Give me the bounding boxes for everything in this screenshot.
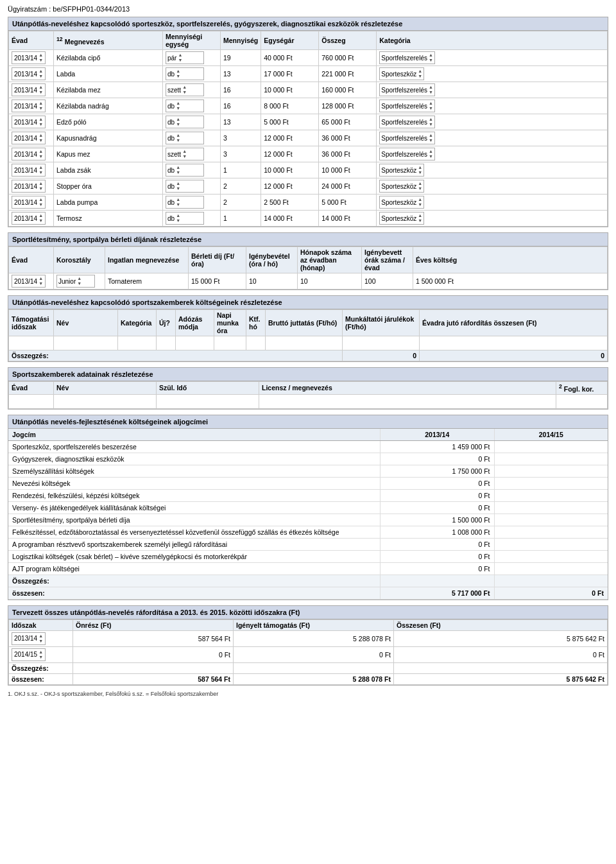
aljogcimek-val2014 — [495, 478, 608, 489]
row-kategoria[interactable]: Sportfelszerelés ▲▼ — [377, 130, 608, 146]
row-kategoria[interactable]: Sportfelszerelés ▲▼ — [377, 50, 608, 66]
row-mennyiseg: 1 — [221, 162, 261, 178]
col-eves-koltseg: Éves költség — [413, 247, 608, 273]
aljogcimek-total-empty — [381, 575, 495, 587]
row-evad[interactable]: 2013/14 ▲▼ — [9, 66, 54, 82]
row-kategoria[interactable]: Sporteszköz ▲▼ — [377, 194, 608, 211]
tervezett-idoszak[interactable]: 2014/15 ▲▼ — [9, 646, 73, 662]
col-ktf: Ktf. hó — [246, 310, 266, 336]
row-kategoria[interactable]: Sportfelszerelés ▲▼ — [377, 82, 608, 98]
row-kategoria[interactable]: Sporteszköz ▲▼ — [377, 211, 608, 227]
berleti-korosztaly[interactable]: Junior ▲▼ — [54, 273, 105, 289]
evad-spinner[interactable]: ▲▼ — [38, 85, 43, 95]
aljogcimek-val2013: 0 Ft — [381, 502, 495, 514]
row-kategoria[interactable]: Sportfelszerelés ▲▼ — [377, 146, 608, 162]
evad-spinner[interactable]: ▲▼ — [38, 213, 43, 223]
evad-spinner[interactable]: ▲▼ — [38, 149, 43, 159]
row-egyseg[interactable]: db ▲▼ — [163, 98, 221, 114]
col-evad: Évad — [9, 31, 54, 50]
aljogcimek-row: Logisztikai költségek (csak bérlet) – ki… — [8, 551, 608, 563]
row-egyseg[interactable]: pár ▲▼ — [163, 50, 221, 66]
aljogcimek-val2013: 0 Ft — [381, 539, 495, 550]
col-kategoria: Kategória — [377, 31, 608, 50]
row-mennyiseg: 2 — [221, 178, 261, 194]
row-evad[interactable]: 2013/14 ▲▼ — [9, 146, 54, 162]
row-evad[interactable]: 2013/14 ▲▼ — [9, 162, 54, 178]
evad-spinner[interactable]: ▲▼ — [38, 165, 43, 175]
row-kategoria[interactable]: Sportfelszerelés ▲▼ — [377, 98, 608, 114]
sporteszkoz-row: 2013/14 ▲▼ Kézilabda cipő pár ▲▼ 19 40 0… — [9, 50, 608, 66]
evad-spinner[interactable]: ▲▼ — [38, 133, 43, 143]
row-kategoria[interactable]: Sporteszköz ▲▼ — [377, 66, 608, 82]
aljogcimek-val2014 — [495, 453, 608, 465]
section-aljogcimek-header: Utánpótlás nevelés-fejlesztésének költsé… — [8, 415, 608, 429]
row-egyseg[interactable]: szett ▲▼ — [163, 146, 221, 162]
col-adozas: Adózás módja — [176, 310, 214, 336]
col-osszesen: Összesen (Ft) — [394, 619, 608, 630]
row-evad[interactable]: 2013/14 ▲▼ — [9, 114, 54, 130]
row-megnevezes: Kézilabda mez — [54, 82, 163, 98]
evad-spinner[interactable]: ▲▼ — [38, 276, 43, 286]
korosztaly-spinner[interactable]: ▲▼ — [77, 276, 81, 286]
row-egyseg[interactable]: db ▲▼ — [163, 130, 221, 146]
row-egyseg[interactable]: db ▲▼ — [163, 194, 221, 211]
evad-spinner[interactable]: ▲▼ — [38, 181, 43, 191]
tervezett-osszegzes-onresz — [73, 662, 234, 673]
berleti-dij-table: Évad Korosztály Ingatlan megnevezése Bér… — [8, 246, 608, 289]
section-tervezett: Tervezett összes utánpótlás-nevelés ráfo… — [8, 605, 608, 686]
row-mennyiseg: 19 — [221, 50, 261, 66]
doc-title: Ügyiratszám : be/SFPHP01-0344/2013 — [8, 5, 130, 13]
row-egyseg[interactable]: szett ▲▼ — [163, 82, 221, 98]
evad-spinner[interactable]: ▲▼ — [38, 69, 43, 79]
aljogcimek-val2013: 0 Ft — [381, 453, 495, 465]
row-mennyiseg: 16 — [221, 98, 261, 114]
evad-spinner[interactable]: ▲▼ — [38, 53, 43, 63]
row-evad[interactable]: 2013/14 ▲▼ — [9, 211, 54, 227]
evad-spinner[interactable]: ▲▼ — [38, 101, 43, 111]
sporteszkoz-row: 2013/14 ▲▼ Kapus mez szett ▲▼ 3 12 000 F… — [9, 146, 608, 162]
row-evad[interactable]: 2013/14 ▲▼ — [9, 194, 54, 211]
osszeg-val2: 0 — [420, 350, 608, 361]
row-egyseg[interactable]: db ▲▼ — [163, 211, 221, 227]
row-egysegar: 2 500 Ft — [261, 194, 319, 211]
row-egyseg[interactable]: db ▲▼ — [163, 114, 221, 130]
berleti-evad[interactable]: 2013/14 ▲▼ — [9, 273, 54, 289]
row-evad[interactable]: 2013/14 ▲▼ — [9, 98, 54, 114]
tervezett-osszegsen-osszesen: 5 875 642 Ft — [394, 673, 608, 684]
row-osszeg: 5 000 Ft — [319, 194, 377, 211]
col-oraszam: Igénybevett órák száma / évad — [362, 247, 413, 273]
aljogcimek-row: Rendezési, felkészülési, képzési költség… — [8, 490, 608, 502]
col-fogl: 2 Fogl. kor. — [556, 382, 608, 395]
aljogcimek-label: Rendezési, felkészülési, képzési költség… — [8, 490, 381, 501]
col-evad2: Évad — [9, 247, 54, 273]
aljogcimek-val2014 — [495, 514, 608, 526]
aljogcimek-val2014 — [495, 563, 608, 575]
row-evad[interactable]: 2013/14 ▲▼ — [9, 130, 54, 146]
row-osszeg: 36 000 Ft — [319, 130, 377, 146]
row-egyseg[interactable]: db ▲▼ — [163, 66, 221, 82]
col-igenybevet: Igénybevétel (óra / hó) — [246, 247, 298, 273]
aljogcimek-val2013: 1 750 000 Ft — [381, 465, 495, 477]
sporteszkoz-row: 2013/14 ▲▼ Stopper óra db ▲▼ 2 12 000 Ft… — [9, 178, 608, 194]
aljogcimek-val2013: 0 Ft — [381, 563, 495, 575]
tervezett-idoszak[interactable]: 2013/14 ▲▼ — [9, 630, 73, 646]
evad-spinner[interactable]: ▲▼ — [38, 197, 43, 207]
row-egyseg[interactable]: db ▲▼ — [163, 178, 221, 194]
aljogcimek-label: Verseny- és játékengedélyek kiállításána… — [8, 502, 381, 514]
row-kategoria[interactable]: Sporteszköz ▲▼ — [377, 162, 608, 178]
evad-spinner[interactable]: ▲▼ — [38, 117, 43, 127]
row-kategoria[interactable]: Sporteszköz ▲▼ — [377, 178, 608, 194]
berleti-evad-value: 2013/14 — [14, 278, 37, 285]
aljogcimek-label: Logisztikai költségek (csak bérlet) – ki… — [8, 551, 381, 562]
row-evad[interactable]: 2013/14 ▲▼ — [9, 50, 54, 66]
row-mennyiseg: 13 — [221, 66, 261, 82]
row-mennyiseg: 1 — [221, 211, 261, 227]
tervezett-row: 2013/14 ▲▼ 587 564 Ft 5 288 078 Ft 5 875… — [9, 630, 608, 646]
row-kategoria[interactable]: Sportfelszerelés ▲▼ — [377, 114, 608, 130]
row-egyseg[interactable]: db ▲▼ — [163, 162, 221, 178]
row-evad[interactable]: 2013/14 ▲▼ — [9, 178, 54, 194]
aljogcimek-row: Személyszállítási költségek 1 750 000 Ft — [8, 465, 608, 478]
row-evad[interactable]: 2013/14 ▲▼ — [9, 82, 54, 98]
col-evad3: Évad — [9, 382, 54, 395]
row-mennyiseg: 13 — [221, 114, 261, 130]
